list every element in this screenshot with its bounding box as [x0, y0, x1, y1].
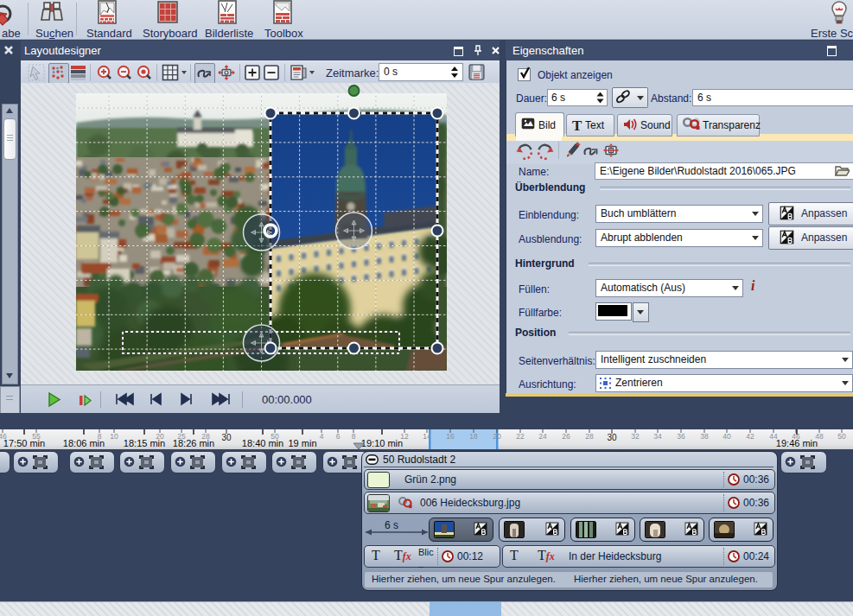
svg-text:10: 10 — [110, 432, 118, 441]
svg-text:50: 50 — [837, 432, 846, 441]
svg-text:26: 26 — [562, 432, 570, 441]
svg-text:20: 20 — [493, 432, 501, 441]
svg-text:42: 42 — [746, 432, 754, 441]
svg-text:30: 30 — [607, 433, 617, 442]
svg-text:32: 32 — [631, 432, 640, 441]
svg-text:22: 22 — [516, 432, 525, 441]
svg-text:24: 24 — [538, 432, 547, 441]
svg-text:18:26 min: 18:26 min — [173, 438, 214, 448]
svg-text:30: 30 — [221, 433, 232, 442]
svg-text:34: 34 — [653, 432, 662, 441]
svg-text:18:15 min: 18:15 min — [124, 438, 165, 448]
svg-text:28: 28 — [585, 432, 594, 441]
svg-text:19:46 min: 19:46 min — [776, 438, 818, 448]
svg-text:38: 38 — [700, 432, 709, 441]
svg-text:36: 36 — [677, 432, 685, 441]
svg-text:19:10 min: 19:10 min — [361, 438, 403, 448]
svg-text:18:06 min: 18:06 min — [63, 438, 105, 448]
svg-text:4: 4 — [320, 432, 324, 441]
svg-text:18:40 min: 18:40 min — [242, 438, 283, 448]
svg-text:6: 6 — [336, 432, 341, 441]
svg-text:40: 40 — [723, 432, 731, 441]
svg-text:17:50 min: 17:50 min — [3, 438, 45, 448]
svg-text:8: 8 — [352, 432, 356, 441]
svg-text:18: 18 — [469, 432, 478, 441]
svg-text:14: 14 — [423, 432, 431, 441]
svg-text:19 min: 19 min — [288, 438, 316, 448]
svg-text:16: 16 — [446, 432, 455, 441]
